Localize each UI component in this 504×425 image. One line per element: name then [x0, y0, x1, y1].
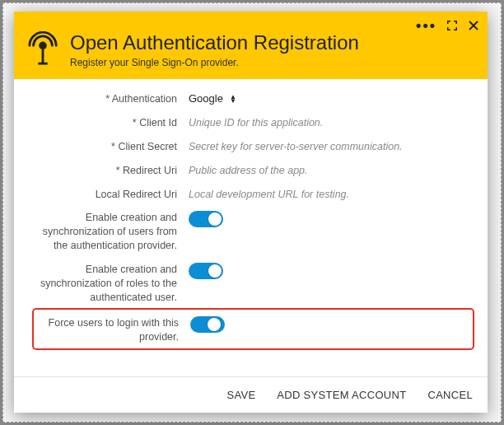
- force-login-label: Force users to login with this provider.: [34, 315, 190, 344]
- client-secret-label: * Client Secret: [32, 138, 189, 154]
- dialog-title: Open Authentication Registration: [70, 32, 359, 54]
- client-id-input[interactable]: Unique ID for this application.: [189, 117, 323, 128]
- force-login-toggle[interactable]: [190, 316, 225, 333]
- oauth-registration-dialog: ••• Open Authentication Registration Reg…: [14, 12, 488, 413]
- dialog-body: * Authentication Google ▲▼ * Client Id U…: [14, 79, 488, 376]
- authentication-value: Google: [189, 92, 223, 105]
- svg-point-0: [39, 42, 47, 50]
- dialog-subtitle: Register your Single Sign-On provider.: [70, 57, 359, 68]
- more-icon[interactable]: •••: [416, 18, 436, 33]
- authentication-select[interactable]: Google ▲▼: [189, 92, 236, 105]
- local-redirect-uri-input[interactable]: Local development URL for testing.: [189, 189, 349, 200]
- dialog-header: ••• Open Authentication Registration Reg…: [14, 12, 488, 79]
- sync-roles-label: Enable creation and synchronization of r…: [32, 261, 189, 305]
- select-arrows-icon: ▲▼: [230, 95, 236, 103]
- close-icon[interactable]: [468, 20, 479, 31]
- cancel-button[interactable]: CANCEL: [427, 389, 473, 401]
- local-redirect-uri-label: Local Redirect Uri: [32, 186, 189, 202]
- sync-users-toggle[interactable]: [189, 211, 223, 227]
- dialog-footer: SAVE ADD SYSTEM ACCOUNT CANCEL: [14, 376, 488, 413]
- sync-roles-toggle[interactable]: [189, 263, 223, 279]
- highlighted-row: Force users to login with this provider.: [32, 308, 474, 351]
- client-secret-input[interactable]: Secret key for server-to-server communic…: [189, 141, 403, 152]
- client-id-label: * Client Id: [32, 114, 189, 130]
- broadcast-icon: [27, 31, 58, 69]
- add-system-account-button[interactable]: ADD SYSTEM ACCOUNT: [277, 389, 406, 401]
- save-button[interactable]: SAVE: [226, 389, 255, 401]
- redirect-uri-input[interactable]: Public address of the app.: [189, 165, 308, 176]
- sync-users-label: Enable creation and synchronization of u…: [32, 209, 189, 253]
- fullscreen-icon[interactable]: [446, 20, 458, 31]
- redirect-uri-label: * Redirect Uri: [32, 162, 189, 178]
- authentication-label: * Authentication: [32, 91, 189, 106]
